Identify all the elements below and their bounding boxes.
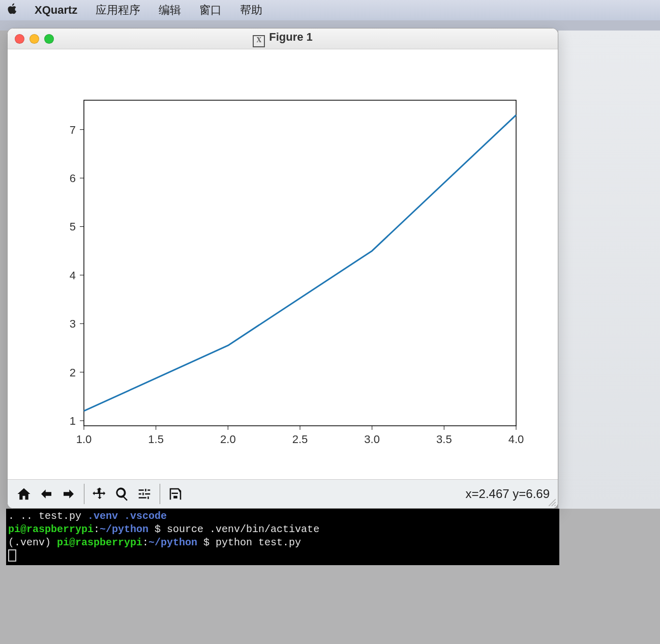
svg-text:4.0: 4.0	[508, 433, 524, 446]
arrow-right-icon	[61, 486, 76, 502]
figure-window: XFigure 1 1.01.52.02.53.03.54.01234567 x…	[7, 28, 558, 509]
window-titlebar[interactable]: XFigure 1	[8, 28, 558, 49]
move-icon	[92, 486, 107, 502]
line-chart: 1.01.52.02.53.03.54.01234567	[8, 49, 558, 480]
menubar-item-1[interactable]: 编辑	[149, 3, 190, 18]
menubar-item-3[interactable]: 帮助	[231, 3, 272, 18]
svg-text:3.0: 3.0	[364, 433, 380, 446]
terminal-line: (.venv) pi@raspberrypi:~/python $ python…	[8, 536, 557, 549]
svg-text:5: 5	[70, 220, 76, 233]
svg-text:6: 6	[70, 172, 76, 185]
pan-button[interactable]	[88, 483, 111, 505]
configure-button[interactable]	[133, 483, 156, 505]
close-button[interactable]	[15, 34, 24, 44]
home-button[interactable]	[13, 483, 35, 505]
svg-text:3: 3	[70, 317, 76, 330]
resize-grip-icon[interactable]	[548, 498, 557, 507]
save-icon	[168, 486, 183, 502]
plot-canvas[interactable]: 1.01.52.02.53.03.54.01234567	[8, 49, 558, 479]
terminal-cursor-line	[8, 549, 557, 564]
svg-text:2: 2	[70, 366, 76, 379]
x11-icon: X	[253, 35, 265, 47]
matplotlib-toolbar: x=2.467 y=6.69	[8, 479, 558, 508]
svg-text:1.5: 1.5	[148, 433, 164, 446]
back-button[interactable]	[35, 483, 57, 505]
minimize-button[interactable]	[29, 34, 39, 44]
toolbar-separator	[160, 484, 160, 504]
svg-text:2.0: 2.0	[220, 433, 236, 446]
maximize-button[interactable]	[44, 34, 54, 44]
svg-text:4: 4	[70, 269, 76, 282]
magnifier-icon	[114, 486, 130, 502]
cursor-coordinates: x=2.467 y=6.69	[466, 487, 550, 501]
svg-text:3.5: 3.5	[436, 433, 452, 446]
apple-icon	[7, 3, 19, 15]
svg-rect-0	[84, 100, 516, 426]
sliders-icon	[137, 486, 152, 502]
svg-text:1: 1	[70, 415, 76, 427]
svg-text:7: 7	[70, 124, 76, 136]
mac-menubar: XQuartz 应用程序 编辑 窗口 帮助	[0, 0, 660, 20]
menubar-item-2[interactable]: 窗口	[190, 3, 231, 18]
terminal[interactable]: . .. test.py .venv .vscode pi@raspberryp…	[6, 509, 559, 565]
forward-button[interactable]	[57, 483, 80, 505]
traffic-lights	[15, 34, 54, 44]
arrow-left-icon	[39, 486, 54, 502]
svg-text:2.5: 2.5	[292, 433, 308, 446]
window-title: Figure 1	[269, 31, 313, 43]
svg-text:1.0: 1.0	[76, 433, 92, 446]
toolbar-separator	[84, 484, 84, 504]
background-window	[558, 20, 660, 509]
save-button[interactable]	[164, 483, 187, 505]
apple-menu[interactable]	[0, 3, 25, 18]
menubar-app[interactable]: XQuartz	[25, 4, 86, 17]
terminal-line: pi@raspberrypi:~/python $ source .venv/b…	[8, 523, 557, 536]
zoom-button[interactable]	[111, 483, 133, 505]
menubar-item-0[interactable]: 应用程序	[86, 3, 149, 18]
terminal-line: . .. test.py .venv .vscode	[8, 510, 557, 523]
home-icon	[16, 486, 32, 502]
